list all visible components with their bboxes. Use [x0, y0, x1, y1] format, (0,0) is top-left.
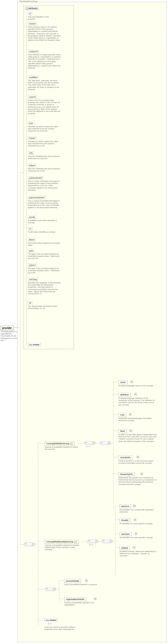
attr-qcode: qcode [28, 216, 36, 219]
conn [94, 443, 99, 443]
definition-desc: A natural language definition of the sem… [119, 397, 157, 406]
attr-whyuri-desc: Why the metadata has been included - exp… [28, 168, 61, 172]
broader-element: broader [119, 518, 130, 522]
hierarchyinfo-desc: Represents the position of a concept in … [119, 476, 157, 486]
plus-icon: + [94, 598, 96, 600]
conn [59, 580, 64, 581]
spine-top [20, 172, 24, 173]
attr-literal-desc: A free-text value assigned as property v… [28, 242, 61, 246]
note-element: note [119, 413, 126, 417]
plus-icon: + [137, 456, 139, 458]
spine-bot [20, 544, 24, 544]
attr-id-desc: The local identifier of the property. [28, 16, 54, 20]
attr-creator: creator [28, 22, 37, 26]
minus-icon: − [26, 8, 28, 10]
any-other-value: ##other [49, 619, 56, 621]
conn [115, 548, 119, 548]
party-choice: − [45, 587, 55, 591]
attr-whyuri: whyuri [28, 164, 37, 167]
attr-qcode-desc: A qualified code which identifies a conc… [28, 220, 61, 224]
attr-type-desc: The type of the concept assigned as cont… [28, 253, 61, 260]
persondetails-desc: A set of properties specific to a person [64, 584, 100, 586]
concept-relationships-group-desc: A group of properties required to indica… [45, 544, 83, 551]
plus-icon: + [135, 533, 137, 535]
group-label: ConceptRelationshipsGroup [46, 540, 73, 543]
plus-icon: + [129, 413, 131, 416]
attr-custom: custom [28, 95, 37, 99]
hierarchyinfo-element: hierarchyInfo [119, 472, 134, 476]
conn [113, 430, 119, 431]
remoteinfo-element: remoteInfo [119, 456, 132, 459]
plus-icon: + [134, 393, 136, 396]
attr-xmllang-desc: Specifies the language of this property … [28, 282, 61, 295]
conn [115, 534, 119, 534]
remoteinfo-desc: A link to an item or a web resource whic… [119, 460, 157, 464]
plus-icon: + [85, 580, 88, 582]
attr-dir-desc: The directionality of textual content (e… [28, 305, 61, 310]
minus-icon: − [70, 442, 72, 445]
conn [34, 544, 38, 544]
conn [109, 443, 113, 443]
attr-why: why [28, 151, 34, 155]
occ: 0..∞ [86, 446, 90, 448]
attr-uri-desc: A URI which identifies a concept. [28, 231, 61, 233]
rel-child-spine [115, 506, 115, 575]
minus-icon: − [74, 541, 77, 543]
def-choice: − [99, 441, 109, 445]
any-label: any [29, 344, 32, 346]
broader-desc: An identifier of a more generic concept. [119, 522, 155, 525]
plus-icon: + [134, 519, 136, 521]
attr-uri: uri [28, 227, 33, 230]
conn [115, 506, 119, 506]
narrower-desc: An identifier of a more specific concept… [119, 536, 155, 538]
conn [38, 589, 45, 590]
note-desc: Additional natural language information … [119, 417, 154, 422]
attr-modified-desc: The date (and, optionally, the time) whe… [28, 80, 61, 90]
attr-id: id [28, 12, 32, 15]
conn [38, 541, 45, 542]
conn [115, 520, 119, 520]
conn [113, 382, 119, 382]
attr-modified: modified [28, 76, 38, 79]
rel-sequence: − [87, 539, 97, 543]
conn [59, 599, 64, 599]
attr-dir: dir [28, 301, 33, 305]
attr-creator-desc: If the property value is not defined, sp… [28, 26, 61, 41]
conn [97, 541, 101, 542]
conn [83, 541, 87, 542]
conn [113, 394, 119, 394]
flexpartyproptype-title: FlexPartyPropType [19, 0, 38, 3]
provider-element: provider [1, 326, 14, 330]
conn [55, 589, 59, 590]
attr-xmllang: xml:lang [28, 278, 38, 281]
attr-why-desc: Why the metadata has been included - exp… [28, 155, 61, 160]
attr-typeuri-desc: The type of the concept assigned as cont… [28, 267, 61, 274]
attr-creatoruri-desc: If the attribute is empty, specifies whi… [28, 54, 61, 69]
narrower-element: narrower [119, 532, 131, 536]
party-spine [59, 580, 59, 601]
sameas-element: sameAs [119, 504, 131, 508]
attr-any-other: any ##other [28, 343, 41, 346]
any-other-value: ##other [33, 344, 40, 346]
plus-icon: + [133, 546, 135, 549]
rel-choice: − [101, 539, 111, 543]
organisationdetails-element: organisationDetails [64, 597, 86, 601]
attr-pubconstraint-desc: One or many constraints that apply to pu… [28, 180, 61, 191]
conn [38, 620, 45, 620]
attr-pubconstrainturi-desc: One or many constraints that apply to pu… [28, 200, 61, 208]
plus-icon: + [130, 381, 133, 383]
attributes-header: −attributes [25, 7, 39, 10]
attr-how-desc: Indicates by which means the value was e… [28, 126, 61, 132]
facet-desc: In NAR 1.8 and later, facet is deprecate… [119, 434, 157, 442]
attr-howuri-desc: Indicates by which means the value was e… [28, 140, 61, 147]
any-label: any [46, 619, 49, 621]
related-desc: A related concept, where the relationshi… [119, 550, 158, 557]
sameas-desc: An identifier of a concept with equivale… [119, 509, 155, 513]
attr-howuri: howuri [28, 136, 37, 140]
conn [113, 414, 119, 414]
plus-icon: + [130, 430, 132, 432]
attr-how: how [28, 122, 34, 125]
persondetails-element: personDetails [64, 579, 81, 583]
conn [113, 474, 119, 474]
attr-type: type [28, 249, 34, 252]
